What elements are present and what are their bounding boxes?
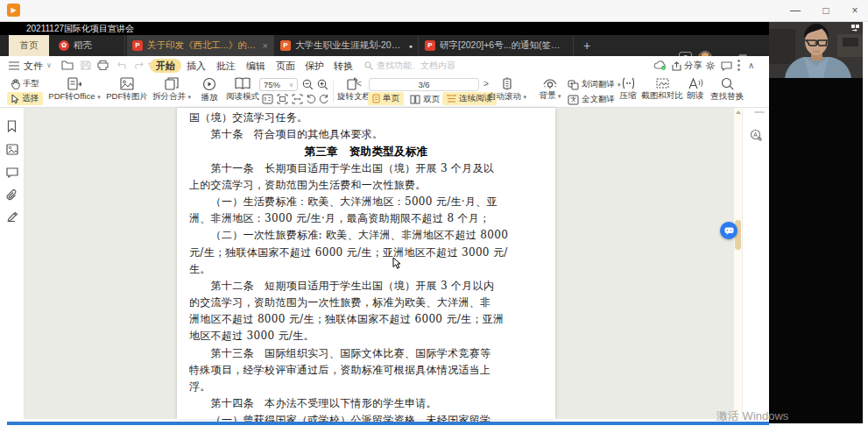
- select-tool-button[interactable]: 选择: [7, 92, 43, 105]
- eye-icon: [542, 77, 558, 89]
- share-button[interactable]: 分享: [672, 60, 702, 72]
- player-minimize-button[interactable]: —: [782, 2, 808, 19]
- scroll-up-arrow-icon[interactable]: [736, 110, 741, 114]
- document-line: 元/生；独联体国家不超过 6000 元/生；亚洲地区不超过 3000 元/: [189, 245, 543, 261]
- tab-document-ppt[interactable]: P 大学生职业生涯规划-2021春季学期 ●: [275, 35, 419, 56]
- document-line: 第十一条 长期项目适用于学生出国（境）开展 3 个月及以: [189, 160, 543, 177]
- mouse-cursor: [392, 257, 401, 269]
- document-line: 洲、非洲地区：3000 元/生·月，最高资助期限不超过 8 个月；: [189, 210, 543, 227]
- document-workspace: 国（境）交流学习任务。 第十条 符合项目的其他具体要求。 第三章 资助类型及标准…: [0, 108, 769, 419]
- double-page-icon: [410, 95, 420, 104]
- playback-progress-bar[interactable]: [7, 422, 769, 425]
- dropdown-caret-icon: ▾: [97, 94, 101, 100]
- cloud-sync-icon[interactable]: [653, 60, 667, 70]
- read-mode-button[interactable]: 阅读模式: [222, 77, 263, 103]
- left-panel-rail: [0, 108, 25, 419]
- file-menu-caret-icon[interactable]: ∨: [46, 59, 52, 73]
- menu-tab-page[interactable]: 页面: [270, 59, 301, 73]
- player-maximize-button[interactable]: □: [813, 2, 839, 19]
- tab-document-pdf-2[interactable]: P 研字[2020]+6号...的通知(签章).pdf: [420, 35, 574, 56]
- docer-logo-icon: ✿: [59, 40, 69, 51]
- fit-width-icon[interactable]: [292, 94, 303, 104]
- save-icon[interactable]: [81, 60, 91, 70]
- hamburger-icon[interactable]: [9, 61, 19, 70]
- menu-tab-protect[interactable]: 保护: [299, 59, 330, 73]
- split-merge-icon: [165, 77, 179, 90]
- menu-tab-annotate[interactable]: 批注: [210, 59, 242, 73]
- menu-tab-convert[interactable]: 转换: [328, 59, 359, 73]
- settings-gear-icon[interactable]: [705, 60, 716, 71]
- print-icon[interactable]: [97, 60, 109, 70]
- continuous-read-icon: [447, 94, 456, 103]
- tab-docer[interactable]: ✿ 稻壳: [50, 35, 125, 56]
- hand-tool-button[interactable]: 手型: [11, 78, 39, 89]
- document-line: 第十二条 短期项目适用于学生出国（境）开展 3 个月以内: [189, 278, 543, 295]
- meeting-title: 20211127国际化项目宣讲会: [26, 24, 134, 33]
- vertical-scrollbar[interactable]: [734, 108, 742, 419]
- zoom-in-icon[interactable]: [317, 79, 328, 90]
- bookmark-icon[interactable]: [6, 120, 18, 132]
- video-layout-switch-icon[interactable]: [851, 25, 859, 32]
- find-replace-button[interactable]: 查找替换: [707, 77, 747, 103]
- chapter-heading: 第三章 资助类型及标准: [189, 143, 543, 160]
- hand-icon: [11, 79, 20, 89]
- background-button[interactable]: 背景 ▾: [533, 77, 568, 102]
- collapse-ribbon-icon[interactable]: ∧: [748, 59, 754, 73]
- play-button[interactable]: 播放: [194, 77, 224, 103]
- book-icon: [235, 77, 251, 90]
- new-tab-button[interactable]: +: [578, 35, 596, 56]
- previous-page-button[interactable]: <: [356, 79, 362, 89]
- panel-handle[interactable]: [754, 111, 765, 113]
- zoom-level-dropdown[interactable]: 75% ∨: [259, 78, 298, 91]
- sign-stamp-icon[interactable]: [6, 211, 18, 223]
- screenshot-compare-button[interactable]: 截图和对比: [640, 77, 684, 102]
- redo-icon[interactable]: [133, 61, 144, 69]
- compress-icon: [621, 77, 636, 89]
- double-page-button[interactable]: 双页 ▾: [410, 94, 446, 105]
- rotate-right-icon[interactable]: [319, 94, 329, 104]
- search-icon: [364, 61, 373, 70]
- menu-tab-home[interactable]: 开始: [150, 59, 181, 73]
- comments-panel-icon[interactable]: [6, 167, 18, 178]
- wps-window: 20211127国际化项目宣讲会 首页 ✿ 稻壳 P 关于印发《西北工...》的…: [0, 22, 769, 422]
- file-menu[interactable]: 文件: [24, 59, 43, 73]
- single-page-icon: [372, 94, 380, 103]
- menu-tab-edit[interactable]: 编辑: [240, 59, 272, 73]
- split-merge-button[interactable]: 拆分合并 ▾: [147, 77, 196, 103]
- compress-button[interactable]: 压缩: [613, 77, 643, 102]
- dictionary-lookup-icon[interactable]: [750, 129, 763, 142]
- play-icon: [202, 77, 216, 91]
- feedback-chat-icon[interactable]: [721, 61, 732, 71]
- rotate-left-icon[interactable]: [306, 94, 316, 104]
- zoom-out-icon[interactable]: [302, 79, 314, 90]
- more-options-kebab-icon[interactable]: [737, 60, 740, 71]
- undo-icon[interactable]: [117, 61, 128, 69]
- pdf-to-image-button[interactable]: PDF转图片: [104, 77, 150, 103]
- player-close-button[interactable]: ×: [842, 2, 868, 19]
- page-indicator[interactable]: 3/6: [369, 78, 479, 91]
- open-file-icon[interactable]: [61, 60, 74, 70]
- tab-home[interactable]: 首页: [9, 35, 49, 56]
- assistant-chat-icon: [724, 227, 734, 235]
- document-line: 生。: [189, 261, 543, 278]
- tab-document-pdf-active[interactable]: P 关于印发《西北工...》的通知.pdf ×: [127, 35, 274, 56]
- actual-size-icon[interactable]: [262, 94, 273, 104]
- single-page-button[interactable]: 单页: [368, 92, 404, 105]
- menu-tab-insert[interactable]: 插入: [180, 59, 212, 73]
- document-line: （一）生活费标准：欧美、大洋洲地区：5000 元/生·月、亚: [189, 194, 543, 210]
- document-line: 第十四条 本办法不受理以下情形的学生申请。: [189, 395, 543, 412]
- auto-scroll-button[interactable]: 自动滚动 ▾: [485, 77, 529, 103]
- document-line: 上的交流学习，资助范围为生活费和一次性旅费。: [189, 177, 543, 194]
- pdf-to-office-button[interactable]: PDF转Office ▾: [46, 77, 102, 103]
- attachment-paperclip-icon[interactable]: [6, 189, 18, 202]
- tab-close-icon[interactable]: ×: [263, 40, 268, 51]
- document-line: 特殊项目，经学校评审通过后，资助标准可根据具体情况适当上: [189, 362, 543, 379]
- wps-assistant-button[interactable]: [720, 222, 737, 239]
- search-input[interactable]: 查找功能、文档内容: [364, 59, 478, 73]
- full-translate-button[interactable]: 全文翻译: [568, 94, 615, 105]
- pdf-page[interactable]: 国（境）交流学习任务。 第十条 符合项目的其他具体要求。 第三章 资助类型及标准…: [177, 108, 555, 419]
- thumbnails-icon[interactable]: [6, 144, 18, 155]
- read-aloud-button[interactable]: 朗读: [682, 77, 709, 102]
- word-translate-icon: [568, 80, 579, 90]
- fit-page-icon[interactable]: [277, 94, 288, 104]
